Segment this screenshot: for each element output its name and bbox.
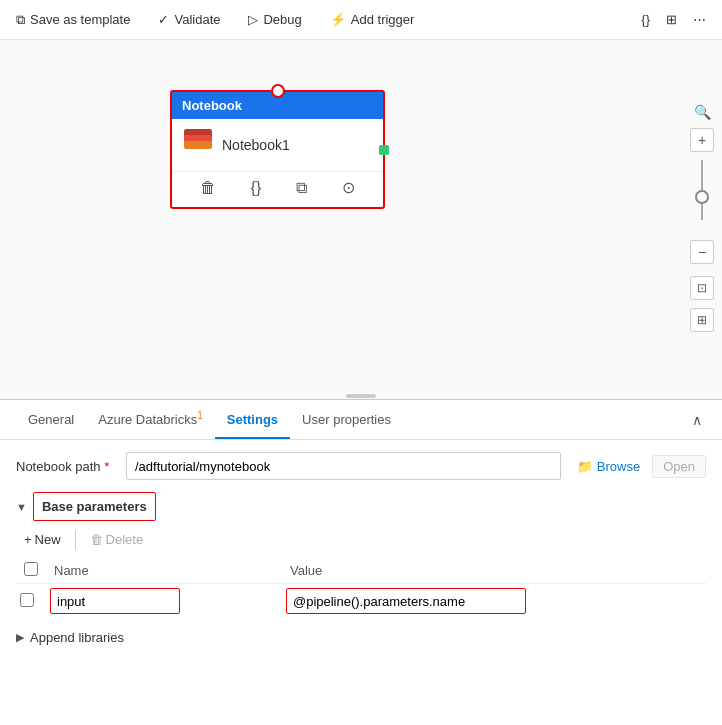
tab-user-properties[interactable]: User properties (290, 402, 403, 439)
col-value: Value (282, 558, 706, 584)
tab-settings[interactable]: Settings (215, 402, 290, 439)
validate-button[interactable]: ✓ Validate (154, 10, 224, 29)
zoom-panel: 🔍 + − ⊡ ⊞ (690, 100, 714, 332)
base-parameters-section: ▼ Base parameters + New 🗑 Delete (16, 492, 706, 618)
connector-dot (379, 145, 389, 155)
save-template-label: Save as template (30, 12, 130, 27)
zoom-fit-button[interactable]: ⊡ (690, 276, 714, 300)
col-checkbox (16, 558, 46, 584)
code-view-button[interactable]: {} (637, 10, 654, 29)
delete-node-icon[interactable]: 🗑 (196, 177, 220, 199)
azure-databricks-badge: 1 (197, 410, 203, 421)
zoom-out-button[interactable]: − (690, 240, 714, 264)
required-indicator: * (104, 459, 109, 474)
zoom-slider[interactable] (701, 156, 703, 236)
run-node-icon[interactable]: ⊙ (338, 176, 359, 199)
validate-icon: ✓ (158, 12, 169, 27)
notebook-stack-icon (182, 129, 214, 161)
notebook-node-name: Notebook1 (222, 137, 290, 153)
more-options-icon: ⋯ (693, 12, 706, 27)
props-content: Notebook path * 📁 Browse Open ▼ Base par… (0, 440, 722, 657)
param-row-checkbox[interactable] (20, 593, 34, 607)
notebook-path-row: Notebook path * 📁 Browse Open (16, 452, 706, 480)
param-value-cell (282, 584, 706, 619)
param-name-input[interactable] (50, 588, 180, 614)
append-libraries-section: ▶ Append libraries (16, 630, 706, 645)
canvas-area: Notebook Notebook1 🗑 {} ⧉ ⊙ 🔍 + − ⊡ (0, 40, 722, 400)
tab-azure-databricks[interactable]: Azure Databricks1 (86, 400, 215, 439)
notebook-node-body: Notebook1 (172, 119, 383, 171)
browse-button[interactable]: 📁 Browse (569, 456, 648, 477)
tab-general[interactable]: General (16, 402, 86, 439)
params-table: Name Value (16, 558, 706, 618)
zoom-in-button[interactable]: + (690, 128, 714, 152)
more-options-button[interactable]: ⋯ (689, 10, 710, 29)
col-name: Name (46, 558, 282, 584)
add-trigger-icon: ⚡ (330, 12, 346, 27)
new-delete-row: + New 🗑 Delete (16, 529, 706, 550)
open-button[interactable]: Open (652, 455, 706, 478)
base-parameters-label: Base parameters (33, 492, 156, 521)
validate-label: Validate (174, 12, 220, 27)
plus-icon: + (24, 532, 32, 547)
add-trigger-button[interactable]: ⚡ Add trigger (326, 10, 419, 29)
code-node-icon[interactable]: {} (247, 177, 266, 199)
notebook-node-title: Notebook (182, 98, 242, 113)
debug-label: Debug (263, 12, 301, 27)
zoom-reset-button[interactable]: ⊞ (690, 308, 714, 332)
base-parameters-header: ▼ Base parameters (16, 492, 706, 521)
browse-icon: 📁 (577, 459, 593, 474)
zoom-slider-thumb[interactable] (695, 190, 709, 204)
select-all-checkbox[interactable] (24, 562, 38, 576)
param-row (16, 584, 706, 619)
code-view-icon: {} (641, 12, 650, 27)
debug-button[interactable]: ▷ Debug (244, 10, 305, 29)
add-trigger-label: Add trigger (351, 12, 415, 27)
notebook-path-input[interactable] (126, 452, 561, 480)
append-libraries-label: Append libraries (30, 630, 124, 645)
table-view-icon: ⊞ (666, 12, 677, 27)
row-checkbox-cell (16, 584, 46, 619)
collapse-panel-button[interactable]: ∧ (688, 408, 706, 432)
table-view-button[interactable]: ⊞ (662, 10, 681, 29)
param-value-input[interactable] (286, 588, 526, 614)
param-name-cell (46, 584, 282, 619)
canvas-search-button[interactable]: 🔍 (690, 100, 714, 124)
copy-node-icon[interactable]: ⧉ (292, 177, 311, 199)
delete-param-button[interactable]: 🗑 Delete (82, 529, 152, 550)
new-param-button[interactable]: + New (16, 529, 69, 550)
debug-icon: ▷ (248, 12, 258, 27)
properties-panel: General Azure Databricks1 Settings User … (0, 400, 722, 657)
save-template-button[interactable]: ⧉ Save as template (12, 10, 134, 30)
trash-icon: 🗑 (90, 532, 103, 547)
save-template-icon: ⧉ (16, 12, 25, 28)
append-collapse-arrow[interactable]: ▶ (16, 631, 24, 644)
props-tabs: General Azure Databricks1 Settings User … (0, 400, 722, 440)
toolbar: ⧉ Save as template ✓ Validate ▷ Debug ⚡ … (0, 0, 722, 40)
top-connector-circle (271, 84, 285, 98)
btn-divider (75, 530, 76, 550)
resize-handle[interactable] (341, 393, 381, 399)
section-collapse-arrow[interactable]: ▼ (16, 501, 27, 513)
notebook-node-footer: 🗑 {} ⧉ ⊙ (172, 171, 383, 207)
notebook-node[interactable]: Notebook Notebook1 🗑 {} ⧉ ⊙ (170, 90, 385, 209)
notebook-path-label: Notebook path * (16, 459, 126, 474)
